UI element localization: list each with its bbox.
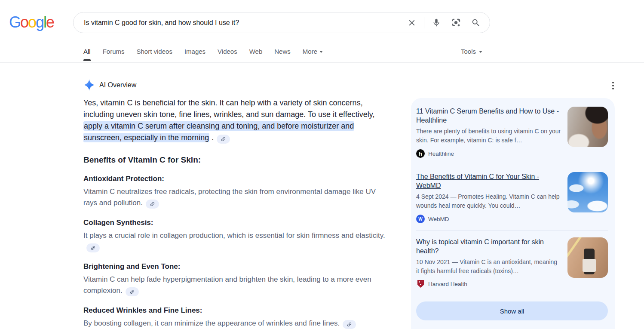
source-name: Harvard Health — [428, 281, 467, 287]
source-thumbnail[interactable] — [567, 237, 608, 278]
link-icon — [148, 200, 156, 208]
source-card-snippet: 10 Nov 2021 — Vitamin C is an antioxidan… — [416, 258, 561, 276]
ai-overview-label: AI Overview — [99, 81, 136, 89]
healthline-logo-icon: h — [416, 149, 425, 158]
clear-search-icon[interactable] — [407, 18, 417, 28]
source-thumbnail[interactable] — [567, 107, 608, 147]
source-link-chip[interactable] — [343, 320, 356, 329]
link-icon — [219, 135, 227, 143]
source-card-snippet: There are plenty of benefits to using vi… — [416, 127, 561, 145]
overview-intro-paragraph: Yes, vitamin C is beneficial for the ski… — [83, 97, 388, 144]
intro-text: . — [209, 133, 214, 142]
search-bar[interactable] — [73, 12, 490, 33]
logo-letter: e — [46, 13, 54, 31]
benefit-item: Antioxidant Protection: Vitamin C neutra… — [83, 175, 388, 209]
source-name: Healthline — [428, 151, 454, 157]
source-link-chip[interactable] — [217, 135, 230, 144]
source-link-chip[interactable] — [146, 200, 159, 209]
overview-menu-icon[interactable] — [609, 82, 617, 90]
tab-videos[interactable]: Videos — [218, 48, 237, 55]
logo-letter: g — [36, 13, 43, 31]
benefit-title: Collagen Synthesis: — [83, 218, 388, 227]
show-all-button[interactable]: Show all — [416, 301, 608, 320]
tab-web[interactable]: Web — [249, 48, 263, 55]
search-header: Google All Forums Short videos — [0, 0, 644, 63]
source-card-title[interactable]: Why is topical vitamin C important for s… — [416, 237, 561, 255]
tab-all[interactable]: All — [83, 48, 91, 55]
divider — [424, 17, 424, 28]
source-card-snippet: 4 Sept 2024 — Promotes Healing. Vitamin … — [416, 192, 561, 210]
benefit-body: By boosting collagen, it can minimize th… — [83, 319, 340, 327]
logo-letter: G — [9, 13, 20, 31]
source-thumbnail[interactable] — [567, 172, 608, 212]
source-card[interactable]: Why is topical vitamin C important for s… — [416, 230, 608, 295]
tab-short-videos[interactable]: Short videos — [137, 48, 172, 55]
webmd-logo-icon: W — [416, 215, 425, 223]
source-card-title[interactable]: 11 Vitamin C Serum Benefits and How to U… — [416, 107, 561, 125]
logo-letter: o — [20, 13, 28, 31]
benefits-section-title: Benefits of Vitamin C for Skin: — [83, 155, 388, 165]
google-lens-icon[interactable] — [451, 18, 461, 28]
source-card[interactable]: 11 Vitamin C Serum Benefits and How to U… — [416, 103, 608, 165]
intro-text: Yes, vitamin C is beneficial for the ski… — [83, 98, 374, 119]
tab-forums[interactable]: Forums — [103, 48, 125, 55]
benefit-title: Antioxidant Protection: — [83, 175, 388, 183]
tab-more[interactable]: More — [303, 48, 323, 55]
chevron-down-icon — [479, 51, 482, 53]
link-icon — [128, 288, 136, 295]
source-attribution: h Healthline — [416, 149, 561, 158]
source-link-chip[interactable] — [86, 243, 100, 252]
benefit-title: Reduced Wrinkles and Fine Lines: — [83, 306, 388, 315]
ai-overview-header: AI Overview — [83, 79, 136, 91]
tab-images[interactable]: Images — [184, 48, 205, 55]
link-icon — [89, 244, 97, 252]
voice-search-icon[interactable] — [431, 18, 442, 28]
search-input[interactable] — [84, 19, 407, 27]
ai-overview-content: Yes, vitamin C is beneficial for the ski… — [83, 97, 388, 329]
source-link-chip[interactable] — [126, 287, 139, 296]
source-card-title[interactable]: The Benefits of Vitamin C for Your Skin … — [416, 172, 561, 190]
tools-button[interactable]: Tools — [461, 48, 482, 55]
search-icon[interactable] — [471, 18, 481, 28]
benefit-item: Collagen Synthesis: It plays a crucial r… — [83, 218, 388, 252]
tab-news[interactable]: News — [274, 48, 291, 55]
google-logo[interactable]: Google — [9, 13, 54, 31]
source-name: WebMD — [428, 216, 449, 222]
source-card[interactable]: The Benefits of Vitamin C for Your Skin … — [416, 165, 608, 230]
benefit-body: It plays a crucial role in collagen prod… — [83, 231, 385, 240]
logo-letter: o — [28, 13, 36, 31]
benefit-item: Brightening and Even Tone: Vitamin C can… — [83, 262, 388, 296]
benefit-item: Reduced Wrinkles and Fine Lines: By boos… — [83, 306, 388, 329]
benefit-body: Vitamin C neutralizes free radicals, pro… — [83, 188, 376, 207]
chevron-down-icon — [319, 51, 323, 53]
ai-sparkle-icon — [83, 79, 95, 91]
benefit-title: Brightening and Even Tone: — [83, 262, 388, 271]
results-tab-bar: All Forums Short videos Images Videos We… — [83, 48, 323, 55]
harvard-health-logo-icon — [417, 280, 424, 288]
source-attribution: W WebMD — [416, 215, 561, 223]
link-icon — [346, 320, 353, 328]
source-attribution: Harvard Health — [416, 280, 561, 288]
sources-panel: 11 Vitamin C Serum Benefits and How to U… — [411, 98, 615, 329]
